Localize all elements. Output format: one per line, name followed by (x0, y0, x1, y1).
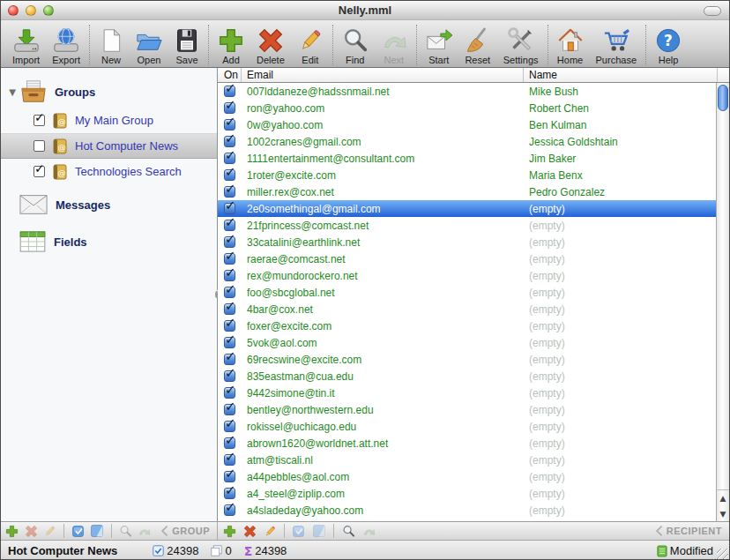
recipient-find-button[interactable] (340, 524, 356, 538)
import-button[interactable]: Import (6, 23, 46, 65)
table-row[interactable]: ✓ 1002cranes@gmail.com Jessica Goldshtai… (218, 133, 716, 150)
scroll-down-button[interactable]: ▼ (717, 506, 729, 521)
row-checkbox[interactable]: ✓ (224, 119, 235, 131)
purchase-button[interactable]: Purchase (590, 23, 643, 65)
group-redo-button[interactable] (137, 524, 152, 538)
table-row[interactable]: ✓ bentley@northwestern.edu (empty) (218, 401, 716, 418)
table-row[interactable]: ✓ 9442simone@tin.it (empty) (218, 385, 716, 401)
column-header-name[interactable]: Name (524, 68, 718, 82)
table-row[interactable]: ✓ atm@tiscali.nl (empty) (218, 452, 716, 468)
table-row[interactable]: ✓ 2e0somethingal@gmail.com (empty) (218, 200, 716, 217)
sidebar-groups-header[interactable]: ▼ Groups (1, 76, 217, 108)
table-row[interactable]: ✓ a4sladeday@yahoo.com (empty) (218, 502, 716, 519)
group-check-all-button[interactable] (71, 524, 86, 538)
row-checkbox[interactable]: ✓ (224, 404, 235, 415)
group-save-list-button[interactable] (90, 524, 105, 538)
sidebar-item-technologies-search[interactable]: ✓ @ Technologies Search (1, 159, 217, 184)
row-checkbox[interactable]: ✓ (224, 387, 235, 399)
table-row[interactable]: ✓ rex@mundorockero.net (empty) (218, 267, 716, 284)
sidebar-item-fields[interactable]: Fields (1, 225, 217, 258)
table-row[interactable]: ✓ 21fprincess@comcast.net (empty) (218, 217, 716, 234)
help-button[interactable]: ? Help (649, 23, 688, 65)
sidebar-item-messages[interactable]: Messages (1, 188, 217, 221)
toolbar-toggle-button[interactable] (704, 6, 721, 16)
row-checkbox[interactable]: ✓ (224, 253, 235, 265)
start-button[interactable]: Start (420, 23, 458, 65)
table-row[interactable]: ✓ raerae@comcast.net (empty) (218, 250, 716, 267)
table-row[interactable]: ✓ miller.rex@cox.net Pedro Gonzalez (218, 183, 716, 200)
table-row[interactable]: ✓ 007lddaneze@hadssnmail.net Mike Bush (218, 83, 716, 100)
recipient-redo-button[interactable] (361, 524, 376, 538)
group-panel-label[interactable]: GROUP (160, 525, 213, 537)
row-checkbox[interactable]: ✓ (224, 303, 235, 315)
row-checkbox[interactable]: ✓ (224, 169, 235, 181)
new-button[interactable]: New (93, 23, 130, 65)
row-checkbox[interactable]: ✓ (224, 236, 235, 248)
sidebar-item-my-main-group[interactable]: ✓ @ My Main Group (1, 108, 217, 133)
table-row[interactable]: ✓ 1111entertainment@consultant.com Jim B… (218, 150, 716, 167)
row-checkbox[interactable]: ✓ (224, 270, 235, 281)
recipient-delete-button[interactable] (242, 524, 257, 538)
row-checkbox[interactable]: ✓ (224, 153, 235, 164)
edit-button[interactable]: Edit (291, 23, 330, 65)
recipient-check-all-button[interactable] (291, 524, 307, 538)
table-row[interactable]: ✓ 1roter@excite.com Maria Benx (218, 167, 716, 183)
row-checkbox[interactable]: ✓ (224, 337, 235, 348)
row-checkbox[interactable]: ✓ (224, 320, 235, 332)
group-edit-button[interactable] (42, 524, 57, 538)
recipient-panel-label[interactable]: RECIPIENT (655, 525, 726, 537)
group-checkbox[interactable] (34, 140, 45, 152)
row-checkbox[interactable]: ✓ (224, 203, 235, 214)
delete-button[interactable]: Delete (250, 23, 291, 65)
scroll-up-button[interactable]: ▲ (717, 490, 729, 506)
row-checkbox[interactable]: ✓ (224, 454, 235, 466)
export-button[interactable]: Export (46, 23, 86, 65)
scrollbar-thumb[interactable] (718, 85, 728, 111)
column-header-email[interactable]: Email (242, 68, 524, 82)
group-checkbox[interactable]: ✓ (34, 166, 45, 177)
table-row[interactable]: ✓ rokissel@uchicago.edu (empty) (218, 418, 716, 435)
table-row[interactable]: ✓ 835eastman@cua.edu (empty) (218, 368, 716, 385)
recipient-add-button[interactable] (221, 524, 237, 538)
settings-button[interactable]: Settings (497, 23, 545, 65)
next-button[interactable]: Next (375, 23, 413, 65)
row-checkbox[interactable]: ✓ (224, 86, 235, 97)
recipient-save-list-button[interactable] (311, 524, 327, 538)
table-row[interactable]: ✓ a44pebbles@aol.com (empty) (218, 468, 716, 485)
table-row[interactable]: ✓ foo@sbcglobal.net (empty) (218, 284, 716, 301)
vertical-scrollbar[interactable]: ▲ ▼ (716, 83, 729, 521)
find-button[interactable]: Find (336, 23, 375, 65)
row-checkbox[interactable]: ✓ (224, 287, 235, 298)
row-checkbox[interactable]: ✓ (224, 504, 235, 516)
table-row[interactable]: ✓ foxer@excite.com (empty) (218, 317, 716, 334)
group-add-button[interactable] (4, 524, 19, 538)
sidebar-item-hot-computer-news[interactable]: @ Hot Computer News (1, 133, 217, 159)
recipient-edit-button[interactable] (262, 524, 278, 538)
table-row[interactable]: ✓ 33catalini@earthlink.net (empty) (218, 234, 716, 250)
table-row[interactable]: ✓ ron@yahoo.com Robert Chen (218, 100, 716, 116)
row-checkbox[interactable]: ✓ (224, 136, 235, 147)
row-checkbox[interactable]: ✓ (224, 102, 235, 114)
column-header-on[interactable]: On (218, 68, 242, 82)
reset-button[interactable]: Reset (458, 23, 497, 65)
row-checkbox[interactable]: ✓ (224, 488, 235, 499)
save-button[interactable]: Save (168, 23, 205, 65)
table-row[interactable]: ✓ a4_steel@ziplip.com (empty) (218, 485, 716, 502)
table-row[interactable]: ✓ 4bar@cox.net (empty) (218, 301, 716, 317)
open-button[interactable]: Open (130, 23, 168, 65)
table-row[interactable]: ✓ 5vok@aol.com (empty) (218, 334, 716, 351)
row-checkbox[interactable]: ✓ (224, 370, 235, 382)
resize-grip[interactable] (717, 549, 728, 560)
table-row[interactable]: ✓ 0w@yahoo.com Ben Kulman (218, 116, 716, 133)
home-button[interactable]: Home (551, 23, 590, 65)
group-delete-button[interactable] (24, 524, 39, 538)
row-checkbox[interactable]: ✓ (224, 471, 235, 482)
group-find-button[interactable] (118, 524, 133, 538)
table-row[interactable]: ✓ 69recswine@excite.com (empty) (218, 351, 716, 368)
row-checkbox[interactable]: ✓ (224, 220, 235, 231)
add-button[interactable]: Add (212, 23, 250, 65)
table-row[interactable]: ✓ abrown1620@worldnet.att.net (empty) (218, 435, 716, 452)
row-checkbox[interactable]: ✓ (224, 354, 235, 365)
row-checkbox[interactable]: ✓ (224, 421, 235, 432)
disclosure-triangle-icon[interactable]: ▼ (5, 87, 19, 97)
